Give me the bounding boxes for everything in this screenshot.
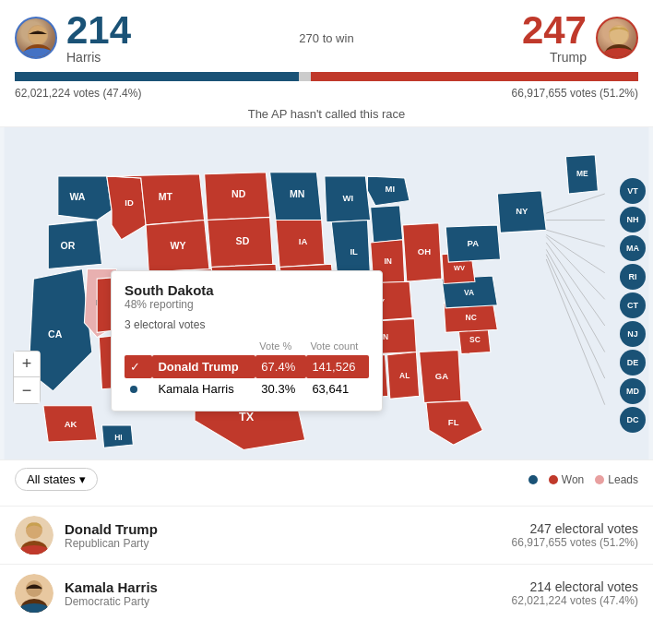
tooltip-harris-row: Kamala Harris 30.3% 63,641 xyxy=(125,378,369,400)
svg-text:AL: AL xyxy=(399,371,410,380)
filter-bar: All states ▾ Won Leads xyxy=(0,459,653,498)
state-badge-ri[interactable]: RI xyxy=(620,264,646,290)
chevron-down-icon: ▾ xyxy=(79,472,86,486)
trump-results: 247 electoral votes 66,917,655 votes (51… xyxy=(512,521,638,549)
small-states-panel: VT NH MA RI CT NJ DE MD DC xyxy=(620,178,646,433)
svg-text:GA: GA xyxy=(435,371,448,381)
trump-votes-list: 66,917,655 votes (51.2%) xyxy=(512,536,638,549)
zoom-out-button[interactable]: − xyxy=(14,377,40,403)
harris-list-party: Democratic Party xyxy=(65,595,512,608)
bar-trump xyxy=(311,72,638,81)
state-badge-md[interactable]: MD xyxy=(620,378,646,404)
state-badge-nh[interactable]: NH xyxy=(620,207,646,233)
red-won-dot xyxy=(549,475,558,484)
all-states-filter[interactable]: All states ▾ xyxy=(15,468,98,491)
svg-text:IN: IN xyxy=(384,256,391,266)
tooltip-harris-count: 63,641 xyxy=(306,378,369,400)
svg-text:IL: IL xyxy=(350,246,358,256)
svg-text:MT: MT xyxy=(159,191,173,202)
trump-info: Donald Trump Republican Party xyxy=(65,521,512,550)
trump-avatar xyxy=(596,17,638,59)
legend-blue xyxy=(528,475,538,484)
trump-votes: 66,917,655 votes (51.2%) xyxy=(512,87,638,100)
svg-text:NY: NY xyxy=(516,206,528,216)
blue-won-dot xyxy=(528,475,538,484)
svg-text:IA: IA xyxy=(299,236,308,246)
trump-ev: 247 electoral votes xyxy=(512,521,638,536)
svg-text:ND: ND xyxy=(232,188,246,199)
tooltip-reporting: 48% reporting xyxy=(125,298,369,311)
harris-list-avatar xyxy=(15,574,53,613)
map-controls: + − xyxy=(13,351,41,404)
svg-text:OR: OR xyxy=(60,240,75,251)
svg-text:NC: NC xyxy=(466,313,477,322)
svg-text:ID: ID xyxy=(125,197,134,208)
svg-text:SC: SC xyxy=(469,335,481,344)
svg-text:WY: WY xyxy=(171,240,186,251)
state-badge-dc[interactable]: DC xyxy=(620,407,646,433)
candidate-list: Donald Trump Republican Party 247 electo… xyxy=(0,498,653,629)
state-badge-ct[interactable]: CT xyxy=(620,292,646,318)
bar-gap xyxy=(299,72,311,81)
state-badge-ma[interactable]: MA xyxy=(620,235,646,261)
harris-name: Harris xyxy=(66,50,131,65)
svg-text:FL: FL xyxy=(448,417,459,427)
candidate-row-harris: Kamala Harris Democratic Party 214 elect… xyxy=(0,564,653,622)
harris-score: 214 Harris xyxy=(15,11,131,65)
harris-info: Kamala Harris Democratic Party xyxy=(65,579,512,608)
svg-text:VA: VA xyxy=(464,288,474,297)
harris-ev: 214 electoral votes xyxy=(512,579,638,594)
svg-text:WI: WI xyxy=(342,193,353,203)
all-states-label: All states xyxy=(27,472,76,486)
map-area[interactable]: WA OR CA NV ID MT WY UT CO AZ NM ND xyxy=(0,127,653,459)
pink-leads-dot xyxy=(595,475,604,484)
legend-pink: Leads xyxy=(595,473,638,486)
harris-votes-list: 62,021,224 votes (47.4%) xyxy=(512,594,638,607)
trump-list-party: Republican Party xyxy=(65,537,512,550)
tooltip-harris-pct: 30.3% xyxy=(255,378,306,400)
harris-score-number: 214 xyxy=(66,11,131,50)
svg-text:HI: HI xyxy=(114,433,122,442)
leads-label: Leads xyxy=(608,473,638,486)
tooltip-header-row: Vote % Vote count xyxy=(125,337,369,355)
tooltip-col-count: Vote count xyxy=(306,337,369,355)
tooltip-trump-pct: 67.4% xyxy=(255,355,306,378)
ap-notice: The AP hasn't called this race xyxy=(0,103,653,127)
progress-bar xyxy=(15,72,638,81)
state-badge-nj[interactable]: NJ xyxy=(620,321,646,347)
svg-text:AK: AK xyxy=(65,419,77,429)
svg-text:TX: TX xyxy=(239,411,255,423)
tooltip-col-pct: Vote % xyxy=(255,337,306,355)
svg-text:SD: SD xyxy=(236,235,250,246)
trump-score-info: 247 Trump xyxy=(522,11,587,65)
won-label: Won xyxy=(562,473,584,486)
svg-text:WA: WA xyxy=(69,191,85,202)
tooltip-harris-name: Kamala Harris xyxy=(152,378,255,400)
svg-text:ME: ME xyxy=(576,169,588,178)
svg-text:PA: PA xyxy=(468,238,480,248)
svg-text:WV: WV xyxy=(454,264,465,272)
tooltip-trump-name: Donald Trump xyxy=(152,355,255,378)
state-badge-vt[interactable]: VT xyxy=(620,178,646,204)
state-badge-de[interactable]: DE xyxy=(620,350,646,376)
trump-name: Trump xyxy=(522,50,587,65)
trump-list-avatar xyxy=(15,516,53,555)
tooltip-trump-row: ✓ Donald Trump 67.4% 141,526 xyxy=(125,355,369,378)
harris-results: 214 electoral votes 62,021,224 votes (47… xyxy=(512,579,638,607)
svg-marker-59 xyxy=(371,206,403,243)
state-tooltip: South Dakota 48% reporting 3 electoral v… xyxy=(111,270,383,411)
candidate-row-trump: Donald Trump Republican Party 247 electo… xyxy=(0,506,653,564)
scoreboard: 214 Harris 270 to win 247 Trump xyxy=(0,0,653,68)
map-legend: Won Leads xyxy=(528,473,638,486)
harris-avatar xyxy=(15,17,57,59)
center-to-win: 270 to win xyxy=(299,31,353,45)
svg-point-2 xyxy=(29,26,47,44)
zoom-in-button[interactable]: + xyxy=(14,352,40,377)
harris-votes: 62,021,224 votes (47.4%) xyxy=(15,87,141,100)
svg-text:OH: OH xyxy=(418,246,431,256)
svg-text:MI: MI xyxy=(386,184,396,194)
vote-counts: 62,021,224 votes (47.4%) 66,917,655 vote… xyxy=(0,85,653,103)
tooltip-ev: 3 electoral votes xyxy=(125,318,369,331)
harris-list-name: Kamala Harris xyxy=(65,579,512,595)
tooltip-state: South Dakota xyxy=(125,282,369,298)
